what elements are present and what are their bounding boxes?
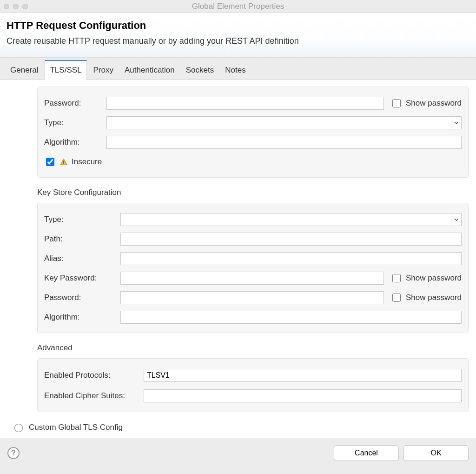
chevron-down-icon [451, 117, 461, 129]
minimize-window-icon[interactable] [13, 4, 19, 9]
dialog-title: HTTP Request Configuration [7, 20, 468, 32]
keystore-algorithm-label: Algorithm: [44, 313, 114, 322]
show-truststore-password-checkbox[interactable]: Show password [390, 98, 462, 109]
insecure-checkbox[interactable]: Insecure [44, 156, 102, 167]
keystore-type-label: Type: [44, 215, 114, 224]
show-keystore-password-label: Show password [406, 293, 462, 302]
truststore-algorithm-input[interactable] [106, 136, 462, 149]
truststore-password-label: Password: [44, 99, 100, 108]
show-key-password-input[interactable] [392, 274, 401, 282]
truststore-fieldset: Password: Show password Type: Algorithm: [37, 87, 469, 178]
show-key-password-label: Show password [406, 274, 462, 283]
cancel-button[interactable]: Cancel [334, 445, 399, 461]
custom-tls-block: Custom Global TLS Config TLS Context: [12, 422, 469, 438]
dialog-subtitle: Create reusable HTTP request manually or… [7, 36, 468, 46]
keystore-key-password-label: Key Password: [44, 274, 114, 283]
keystore-type-select[interactable] [120, 213, 462, 226]
keystore-fieldset: Type: Path: Alias: Key Password: [37, 203, 469, 333]
tab-notes[interactable]: Notes [220, 60, 250, 80]
insecure-checkbox-input[interactable] [46, 158, 54, 166]
help-button[interactable]: ? [7, 447, 20, 459]
svg-rect-0 [63, 160, 64, 163]
window-title: Global Element Properties [0, 2, 476, 11]
enabled-protocols-input[interactable] [144, 369, 462, 382]
show-key-password-checkbox[interactable]: Show password [390, 273, 462, 284]
keystore-alias-input[interactable] [120, 252, 462, 265]
truststore-password-input[interactable] [106, 97, 384, 110]
tabstrip: General TLS/SSL Proxy Authentication Soc… [0, 58, 476, 80]
custom-global-tls-label: Custom Global TLS Config [29, 423, 123, 432]
enabled-protocols-label: Enabled Protocols: [44, 371, 137, 380]
show-truststore-password-label: Show password [406, 99, 462, 108]
truststore-algorithm-label: Algorithm: [44, 138, 100, 147]
warning-icon [60, 158, 68, 166]
advanced-section-title: Advanced [37, 343, 469, 353]
help-icon: ? [11, 448, 16, 458]
custom-global-tls-radio[interactable] [14, 424, 23, 432]
tab-general[interactable]: General [6, 60, 43, 80]
tab-authentication[interactable]: Authentication [120, 60, 179, 80]
insecure-label: Insecure [72, 157, 102, 167]
advanced-fieldset: Enabled Protocols: Enabled Cipher Suites… [37, 358, 469, 412]
dialog-footer: ? Cancel OK [0, 438, 476, 467]
tab-sockets[interactable]: Sockets [181, 60, 218, 80]
tab-proxy[interactable]: Proxy [89, 60, 118, 80]
keystore-algorithm-input[interactable] [120, 311, 462, 324]
keystore-section-title: Key Store Configuration [37, 188, 469, 197]
svg-rect-1 [63, 163, 64, 164]
keystore-alias-label: Alias: [44, 254, 114, 263]
show-keystore-password-checkbox[interactable]: Show password [390, 292, 462, 303]
enabled-cipher-suites-input[interactable] [144, 389, 462, 402]
dialog-header: HTTP Request Configuration Create reusab… [0, 13, 476, 58]
close-window-icon[interactable] [4, 4, 9, 9]
keystore-path-label: Path: [44, 234, 114, 244]
keystore-path-input[interactable] [120, 233, 462, 246]
chevron-down-icon [451, 214, 461, 226]
truststore-type-select[interactable] [106, 116, 462, 129]
keystore-password-input[interactable] [120, 291, 384, 304]
titlebar: Global Element Properties [0, 0, 476, 13]
show-truststore-password-input[interactable] [392, 99, 401, 107]
keystore-key-password-input[interactable] [120, 272, 384, 285]
enabled-cipher-suites-label: Enabled Cipher Suites: [44, 391, 137, 401]
ok-button[interactable]: OK [403, 445, 469, 461]
window-controls [4, 4, 28, 9]
tab-panel-tls-ssl: Password: Show password Type: Algorithm: [0, 80, 476, 438]
keystore-password-label: Password: [44, 293, 114, 302]
truststore-type-label: Type: [44, 118, 100, 127]
show-keystore-password-input[interactable] [392, 294, 401, 302]
zoom-window-icon[interactable] [22, 4, 28, 9]
tab-tls-ssl[interactable]: TLS/SSL [45, 60, 86, 80]
